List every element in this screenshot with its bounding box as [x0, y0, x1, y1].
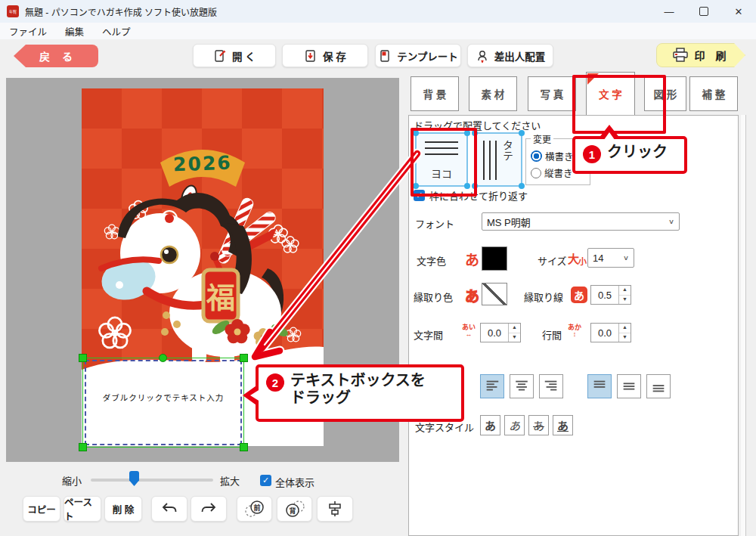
fuku-text: 福 [206, 280, 235, 314]
size-big-glyph: 大 [568, 250, 579, 266]
menu-edit[interactable]: 編集 [56, 24, 93, 39]
send-to-back-button[interactable]: 背 [277, 496, 312, 522]
char-spacing-spinner[interactable]: 0.0 ▲▼ [480, 323, 521, 342]
outline-line-label: 縁取り線 [524, 290, 563, 304]
style-strike-button[interactable]: あ [528, 415, 549, 435]
valign-bottom-button[interactable] [646, 374, 671, 398]
align-right-icon [543, 378, 559, 395]
spinner-arrows-icon[interactable]: ▲▼ [508, 324, 520, 342]
template-button[interactable]: テンプレート [375, 44, 461, 67]
open-label: 開 く [232, 48, 256, 64]
app-icon: 年賀 [7, 5, 19, 17]
char-spacing-label: 文字間 [414, 327, 443, 342]
minimize-button[interactable]: — [652, 0, 686, 23]
tab-background[interactable]: 背 景 [411, 76, 459, 111]
outline-color-glyph: あ [465, 285, 479, 305]
resize-handle-nw[interactable] [79, 354, 87, 362]
horizontal-textbox-tool[interactable]: ヨコ [415, 132, 468, 187]
line-spacing-spinner[interactable]: 0.0 ▲▼ [590, 323, 631, 342]
sender-icon [476, 49, 489, 63]
wrap-checkbox[interactable]: ✓ [414, 190, 425, 201]
paste-button[interactable]: ペースト [64, 496, 101, 522]
align-left-button[interactable] [480, 374, 504, 398]
zoom-slider-track[interactable] [91, 479, 213, 482]
copy-button[interactable]: コピー [23, 496, 60, 522]
fit-view-checkbox[interactable]: ✓ [260, 475, 271, 486]
align-center-button[interactable] [510, 374, 534, 398]
tab-shape[interactable]: 図 形 [644, 76, 686, 111]
spinner-arrows-icon[interactable]: ▲▼ [618, 324, 631, 342]
font-dropdown[interactable]: MS P明朝 ∨ [482, 212, 680, 231]
zoom-slider-thumb[interactable] [129, 471, 139, 486]
open-button[interactable]: 開 く [193, 44, 276, 67]
size-value: 14 [593, 253, 603, 264]
close-button[interactable]: ✕ [721, 0, 756, 23]
fit-view-label: 全体表示 [275, 475, 314, 489]
bring-to-front-button[interactable]: 前 [237, 496, 272, 522]
align-right-button[interactable] [539, 374, 563, 398]
send-to-back-icon: 背 [284, 500, 306, 518]
radio-vertical-label: 縦書き [544, 166, 573, 180]
tab-text[interactable]: 文 字 [586, 72, 635, 115]
spinner-arrows-icon[interactable]: ▲▼ [618, 286, 631, 304]
menu-file[interactable]: ファイル [0, 24, 56, 39]
sender-label: 差出人配置 [494, 48, 546, 64]
step2-number: 2 [266, 373, 284, 392]
svg-text:背: 背 [289, 507, 296, 515]
vertical-textbox-tool[interactable]: タテ [474, 132, 522, 187]
back-button[interactable]: 戻 る [14, 45, 98, 67]
resize-handle-se[interactable] [240, 443, 248, 451]
panel-scrollbar[interactable] [741, 115, 746, 536]
font-label: フォント [415, 216, 454, 231]
text-color-swatch[interactable] [482, 246, 507, 271]
outline-color-swatch[interactable] [482, 283, 507, 305]
tab-corner-fold [587, 73, 599, 85]
canvas-textbox[interactable]: ダブルクリックでテキスト入力 [82, 358, 244, 448]
delete-button[interactable]: 削 除 [104, 496, 142, 522]
size-dropdown[interactable]: 14 ∨ [587, 248, 634, 268]
rotate-handle[interactable] [159, 354, 167, 362]
save-button[interactable]: 保 存 [282, 44, 368, 67]
zoom-in-label: 拡大 [220, 473, 240, 488]
align-center-icon [513, 378, 530, 395]
tab-photo[interactable]: 写 真 [528, 76, 576, 111]
save-label: 保 存 [323, 48, 346, 64]
outline-width-spinner[interactable]: 0.5 ▲▼ [590, 285, 631, 305]
valign-top-button[interactable] [587, 374, 612, 398]
outline-line-badge: あ [571, 287, 587, 303]
style-underline-button[interactable]: あ [553, 415, 573, 435]
print-button[interactable]: 印 刷 [656, 43, 745, 67]
step1-number: 1 [583, 145, 601, 163]
line-spacing-value: 0.0 [591, 324, 618, 342]
callout-step1: 1 クリック [572, 136, 687, 174]
menu-help[interactable]: ヘルプ [93, 24, 140, 39]
vertical-lines-icon [483, 141, 498, 180]
horizontal-lines-icon [425, 141, 458, 160]
tab-material[interactable]: 素 材 [469, 76, 517, 111]
radio-horizontal-label: 横書き [545, 149, 574, 163]
tate-label: タテ [500, 140, 515, 161]
maximize-button[interactable] [686, 0, 721, 23]
center-align-button[interactable] [317, 496, 353, 522]
redo-button[interactable] [191, 496, 227, 522]
valign-bottom-icon [650, 378, 667, 395]
change-legend: 変更 [531, 132, 553, 145]
resize-handle-sw[interactable] [79, 443, 87, 451]
sender-layout-button[interactable]: 差出人配置 [467, 44, 553, 67]
bring-to-front-icon: 前 [243, 500, 266, 518]
outline-width-value: 0.5 [591, 286, 618, 304]
valign-middle-button[interactable] [617, 374, 641, 398]
panel-content: ドラッグで配置してください ヨコ タテ 変更 横書き [408, 115, 739, 536]
step1-text: クリック [607, 144, 668, 161]
radio-on-icon [531, 150, 542, 162]
resize-handle-ne[interactable] [240, 354, 248, 362]
undo-button[interactable] [151, 496, 187, 522]
wrap-checkbox-row[interactable]: ✓ 枠に合わせて折り返す [414, 188, 528, 203]
tab-adjust[interactable]: 補 整 [689, 76, 738, 111]
open-icon [213, 49, 227, 63]
line-spacing-label: 行間 [542, 327, 562, 342]
maximize-icon [699, 7, 708, 16]
style-italic-button[interactable]: あ [504, 415, 525, 435]
style-bold-button[interactable]: あ [480, 415, 500, 435]
char-spacing-value: 0.0 [481, 324, 508, 342]
